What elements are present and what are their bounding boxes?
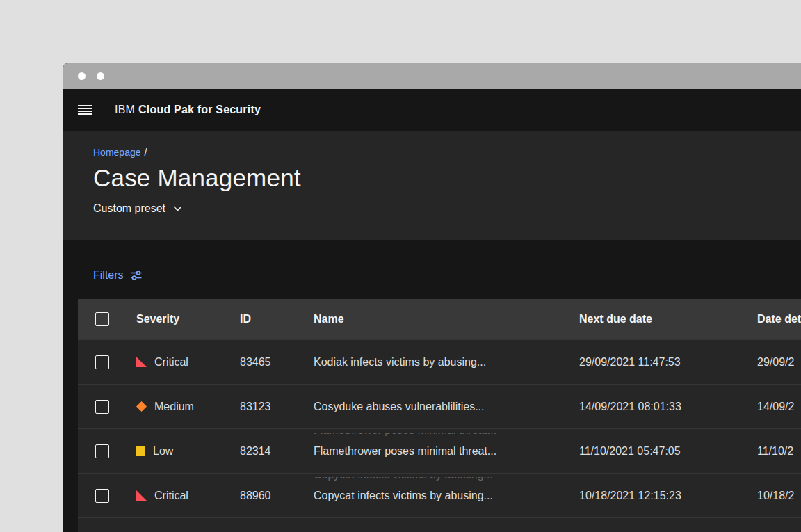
page-header: Homepage/ Case Management Custom preset — [63, 131, 801, 240]
table-row[interactable]: Medium 83123 Cosyduke abuses vulnerablil… — [78, 384, 801, 428]
page-title: Case Management — [93, 164, 801, 192]
severity-cell: Medium — [136, 401, 240, 413]
content-area: Filters Severity ID Name Next due date D… — [63, 240, 801, 532]
date-detected: 29/09/2 — [757, 356, 801, 369]
case-name: Copycat infects victims by abusing... — [314, 490, 493, 502]
column-header-id: ID — [240, 313, 314, 325]
settings-adjust-icon — [130, 269, 143, 282]
preset-dropdown[interactable]: Custom preset — [93, 202, 182, 215]
next-due-date: 11/10/2021 05:47:05 — [579, 445, 757, 458]
chevron-down-icon — [173, 206, 182, 211]
next-due-date: 10/18/2021 12:15:23 — [579, 490, 757, 502]
clipped-text-artifact: Copycat infects victims by abusing... — [314, 477, 579, 481]
filters-label: Filters — [93, 269, 124, 282]
select-all-checkbox[interactable] — [95, 312, 109, 326]
top-nav: IBMCloud Pak for Security — [63, 89, 801, 131]
table-row[interactable]: Critical 88960 Copycat infects victims b… — [78, 473, 801, 517]
case-name-cell: Cosyduke abuses vulnerablilities... — [314, 385, 579, 428]
partial-next-row — [78, 517, 801, 532]
case-id: 88960 — [240, 490, 314, 502]
window-titlebar — [63, 63, 801, 89]
severity-icon — [136, 490, 147, 501]
severity-cell: Low — [136, 445, 240, 458]
app-brand: IBMCloud Pak for Security — [115, 104, 261, 116]
case-id: 83465 — [240, 356, 314, 369]
app-window: IBMCloud Pak for Security Homepage/ Case… — [63, 63, 801, 532]
column-header-date-detected: Date dete — [757, 313, 801, 325]
preset-label: Custom preset — [93, 202, 165, 215]
window-control-dot-2[interactable] — [97, 72, 104, 80]
table-row[interactable]: Low 82314 Flamethrower poses minimal thr… — [78, 428, 801, 473]
row-checkbox[interactable] — [95, 444, 109, 458]
date-detected: 10/18/2 — [757, 490, 801, 502]
case-id: 83123 — [240, 401, 314, 413]
breadcrumb-separator: / — [145, 147, 147, 158]
brand-prefix: IBM — [115, 104, 135, 115]
row-checkbox[interactable] — [95, 400, 109, 414]
date-detected: 14/09/2 — [757, 401, 801, 413]
column-header-next-due-date: Next due date — [579, 313, 757, 325]
severity-icon — [136, 401, 147, 412]
severity-cell: Critical — [136, 490, 240, 502]
cases-table: Severity ID Name Next due date Date dete… — [78, 299, 801, 532]
severity-label: Critical — [154, 356, 188, 369]
breadcrumb: Homepage/ — [93, 147, 801, 158]
column-header-severity: Severity — [136, 313, 240, 325]
case-name: Cosyduke abuses vulnerablilities... — [314, 401, 484, 413]
window-control-dot-1[interactable] — [78, 72, 86, 80]
brand-name: Cloud Pak for Security — [138, 104, 261, 115]
column-header-name: Name — [314, 313, 579, 325]
severity-cell: Critical — [136, 356, 240, 369]
case-name: Flamethrower poses minimal threat... — [314, 445, 496, 458]
select-all-cell — [78, 312, 136, 326]
case-name-cell: Kodiak infects victims by abusing... — [314, 340, 579, 384]
next-due-date: 29/09/2021 11:47:53 — [579, 356, 757, 369]
case-name-cell: Flamethrower poses minimal threat... Fla… — [314, 429, 579, 473]
row-checkbox[interactable] — [95, 355, 109, 369]
severity-label: Medium — [154, 401, 194, 413]
table-header-row: Severity ID Name Next due date Date dete — [78, 299, 801, 339]
severity-icon — [136, 357, 147, 367]
row-checkbox[interactable] — [95, 489, 109, 503]
table-body: Critical 83465 Kodiak infects victims by… — [78, 339, 801, 517]
next-due-date: 14/09/2021 08:01:33 — [579, 401, 757, 413]
table-row[interactable]: Critical 83465 Kodiak infects victims by… — [78, 339, 801, 384]
severity-icon — [136, 446, 145, 456]
filters-button[interactable]: Filters — [93, 269, 143, 282]
date-detected: 11/10/2 — [757, 445, 801, 458]
hamburger-menu-icon[interactable] — [78, 105, 92, 115]
case-name-cell: Copycat infects victims by abusing... Co… — [314, 474, 579, 517]
clipped-text-artifact: Flamethrower poses minimal threat... — [314, 433, 579, 437]
severity-label: Critical — [154, 490, 188, 502]
case-name: Kodiak infects victims by abusing... — [314, 356, 486, 369]
case-id: 82314 — [240, 445, 314, 458]
breadcrumb-homepage-link[interactable]: Homepage — [93, 147, 141, 158]
severity-label: Low — [153, 445, 173, 458]
